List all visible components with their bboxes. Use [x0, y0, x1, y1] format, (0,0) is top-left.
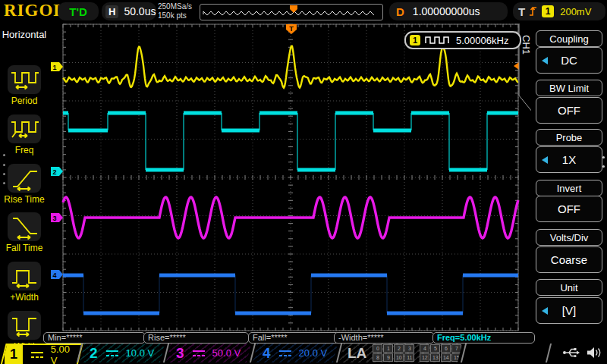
- channel-4-marker: 4: [51, 270, 63, 279]
- measure-button-label: Rise Time: [0, 194, 49, 205]
- menu-item-label: Volts/Div: [536, 229, 602, 246]
- sample-rate: 250MSa/s: [158, 2, 192, 11]
- freq-readout: Freq=5.00kHz: [432, 332, 535, 344]
- menu-softkey-coupling[interactable]: DC: [536, 47, 602, 74]
- measure-button--width[interactable]: [8, 311, 41, 340]
- menu-item-value: OFF: [558, 104, 580, 117]
- menu-softkey-bw-limit[interactable]: OFF: [536, 97, 602, 124]
- waveform-display: 1234T: [0, 0, 607, 364]
- svg-text:3: 3: [52, 215, 56, 222]
- delay-label: D: [396, 5, 404, 18]
- graticule: [63, 24, 518, 331]
- channel-number: 4: [263, 345, 271, 362]
- neg-width-icon: [10, 312, 39, 338]
- menu-item-value: OFF: [558, 202, 580, 215]
- trigger-status-text: T'D: [69, 5, 87, 18]
- menu-item-label: Coupling: [536, 30, 602, 47]
- scroll-indicator-dot: [3, 164, 5, 166]
- la-digit-10: 10: [394, 353, 404, 362]
- measure-readout: -Width=*****: [334, 332, 435, 344]
- bar-separator: [546, 344, 552, 362]
- measure-button-label: Fall Time: [0, 243, 49, 253]
- svg-text:4: 4: [52, 271, 56, 279]
- delay-value: 1.00000000us: [413, 5, 480, 17]
- la-digit-11: 11: [404, 353, 414, 362]
- scroll-indicator-dot: [3, 154, 5, 156]
- la-digit-13: 13: [430, 353, 440, 362]
- la-digit-grid: 0123456789101112131415: [373, 344, 461, 362]
- menu-item-value: [V]: [562, 304, 576, 317]
- menu-item-label: Invert: [536, 180, 602, 196]
- measure-readout: Fall=*****: [248, 332, 343, 344]
- measure-readout: Min=*****: [43, 332, 146, 344]
- delay-box[interactable]: D 1.00000000us: [389, 2, 508, 20]
- trigger-label: T: [518, 5, 525, 18]
- scroll-indicator-dot: [3, 182, 5, 184]
- menu-softkey-probe[interactable]: 1X: [536, 146, 602, 173]
- measure-button-freq[interactable]: [8, 115, 41, 143]
- measure-button--width[interactable]: [8, 262, 41, 290]
- trigger-level-marker: [514, 62, 519, 70]
- measure-button-label: +Width: [0, 292, 49, 303]
- channel-1-marker: 1: [51, 62, 63, 71]
- channel-2-block[interactable]: 210.0 V: [80, 344, 165, 362]
- menu-item-label: Unit: [536, 279, 602, 296]
- rising-edge-icon: [528, 5, 538, 17]
- trigger-settings-box[interactable]: T 1 200mV: [513, 2, 605, 20]
- top-status-bar: RIGOL T'D H 50.0us 250MSa/s 150k pts D 1…: [0, 0, 607, 23]
- waveform-overview-strip[interactable]: [200, 4, 383, 20]
- channel-scale: 10.0 V: [126, 347, 155, 359]
- channel-2-marker: 2: [51, 167, 63, 176]
- menu-softkey-unit[interactable]: [V]: [536, 297, 602, 324]
- la-block[interactable]: LA0123456789101112131415: [339, 344, 462, 362]
- menu-softkey-invert[interactable]: OFF: [536, 196, 602, 222]
- measure-button-rise-time[interactable]: [8, 164, 41, 193]
- channel-menu: CouplingDCBW LimitOFFProbe1XInvertOFFVol…: [531, 23, 607, 344]
- la-digit-9: 9: [383, 353, 393, 362]
- svg-text:1: 1: [52, 64, 56, 71]
- channel-1-block[interactable]: 15.00 V: [0, 344, 83, 364]
- channel-3-marker: 3: [51, 213, 63, 222]
- measure-menu: Horizontal PeriodFreqRise TimeFall Time+…: [0, 23, 49, 344]
- measure-button-period[interactable]: [8, 65, 41, 94]
- la-digit-6: 6: [441, 344, 451, 353]
- usb-icon: [562, 347, 580, 359]
- menu-item-value: Coarse: [551, 253, 587, 266]
- la-digit-7: 7: [451, 344, 461, 353]
- menu-softkey-volts-div[interactable]: Coarse: [536, 246, 602, 273]
- horizontal-scale-box[interactable]: H 50.0us: [102, 2, 156, 20]
- svg-text:T: T: [289, 25, 294, 33]
- channel-4-block[interactable]: 420.0 V: [253, 344, 338, 362]
- acquisition-info: 250MSa/s 150k pts: [158, 2, 192, 20]
- menu-item-label: BW Limit: [536, 80, 602, 96]
- dc-coupling-icon: [191, 349, 206, 358]
- svg-text:2: 2: [52, 168, 56, 176]
- horizontal-scale-value: 50.0us: [124, 5, 156, 17]
- counter-source-badge: 1: [410, 35, 420, 46]
- la-digit-5: 5: [430, 344, 440, 353]
- dc-coupling-icon: [278, 349, 293, 358]
- speaker-icon: [587, 347, 602, 359]
- period-icon: [10, 67, 39, 93]
- trigger-position-marker: T: [286, 24, 297, 34]
- la-label: LA: [348, 345, 366, 362]
- dc-coupling-icon: [105, 349, 120, 358]
- menu-item-value: DC: [561, 54, 577, 67]
- menu-item-value: 1X: [562, 153, 576, 166]
- freq-icon: [10, 116, 39, 142]
- channel-number: 2: [90, 345, 98, 362]
- left-arrow-icon: [542, 307, 548, 315]
- horizontal-label: H: [105, 5, 118, 18]
- channel-3-block[interactable]: 350.0 V: [166, 344, 251, 362]
- square-wave-icon: [425, 36, 451, 45]
- brand-logo: RIGOL: [4, 1, 66, 20]
- counter-value: 5.00006kHz: [456, 35, 508, 46]
- channel-status-bar: 15.00 V210.0 V350.0 V420.0 VLA0123456789…: [0, 344, 607, 364]
- scroll-indicator-dot: [3, 173, 5, 175]
- overview-waveform-icon: [200, 5, 381, 18]
- measure-button-label: Period: [0, 96, 49, 106]
- frequency-counter-badge: 1 5.00006kHz: [404, 31, 521, 49]
- measure-button-fall-time[interactable]: [8, 212, 41, 241]
- channel-scale: 5.00 V: [51, 344, 79, 364]
- measure-readout: Rise=*****: [143, 332, 249, 344]
